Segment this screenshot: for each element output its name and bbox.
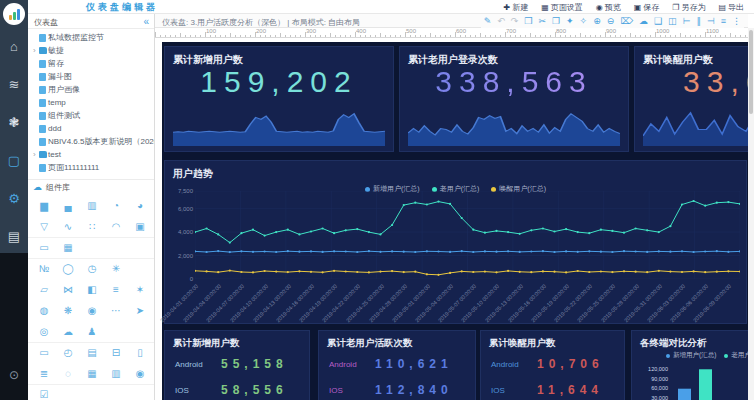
vertical-scrollbar[interactable] (748, 28, 754, 400)
stacked-bar-icon[interactable]: ▄ (57, 197, 79, 215)
zoom-in-icon[interactable]: ⊕ (593, 14, 601, 28)
card-icon[interactable]: ▯ (129, 344, 151, 362)
pin-icon[interactable]: ◎ (33, 323, 55, 341)
column-chart-icon[interactable]: ▥ (81, 197, 103, 215)
map-icon[interactable]: ▱ (33, 281, 55, 299)
cloud-map-icon[interactable]: ☁ (57, 323, 79, 341)
person-icon[interactable]: ♟ (81, 323, 103, 341)
grid-table-icon[interactable]: ▦ (57, 239, 79, 257)
settings-gear-icon[interactable]: ⚙ (0, 188, 28, 210)
table3-icon[interactable]: ▥ (105, 365, 127, 383)
expand-arrow-icon[interactable]: › (33, 148, 36, 161)
kpi-card[interactable]: 累计老用户登录次数338,563 (399, 46, 629, 152)
send-back-icon[interactable]: ◫ (668, 14, 677, 28)
save-as-button[interactable]: ❐另存为 (672, 2, 705, 13)
tree-item-file[interactable]: 漏斗图 (28, 70, 154, 83)
app-logo[interactable] (3, 3, 25, 25)
dashboard-preview[interactable]: 累计新增用户数159,202累计老用户登录次数338,563累计唤醒用户数33,… (162, 42, 748, 400)
new-button[interactable]: ✚新建 (503, 2, 528, 13)
globe-icon[interactable]: ◍ (33, 302, 55, 320)
table-icon[interactable]: ▭ (33, 239, 55, 257)
list-icon[interactable]: ≣ (33, 365, 55, 383)
ellipsis-icon[interactable]: ⋯ (105, 302, 127, 320)
home-icon[interactable]: ⌂ (0, 36, 28, 58)
table2-icon[interactable]: ▦ (81, 365, 103, 383)
calendar-icon[interactable]: ▤ (81, 344, 103, 362)
progress-circle-icon[interactable]: ◯ (57, 260, 79, 278)
distribute-v-icon[interactable]: ≡ (721, 14, 726, 28)
redo-icon[interactable]: ↷ (511, 14, 519, 28)
tree-item-file[interactable]: NBIV4.6.5版本更新说明（20200803） (28, 135, 154, 148)
legend-item[interactable]: 新增用户(汇总) (666, 351, 716, 360)
gauge-icon[interactable]: ◷ (81, 260, 103, 278)
picture-icon[interactable]: ▣ (129, 218, 151, 236)
shuffle-icon[interactable]: ✶ (129, 281, 151, 299)
collapse-panel-icon[interactable]: « (143, 16, 149, 27)
scatter-chart-icon[interactable]: ∷ (81, 218, 103, 236)
area-chart-icon[interactable]: ◠ (105, 218, 127, 236)
zoom-out-icon[interactable]: ⊖ (607, 14, 615, 28)
sphere-icon[interactable]: ◉ (81, 302, 103, 320)
distribute-h-icon[interactable]: ⋮ (732, 14, 741, 28)
radio-icon[interactable]: ◉ (129, 365, 151, 383)
delete-icon[interactable]: ⌦ (620, 14, 633, 28)
tree-item-file[interactable]: 页面111111111 (28, 161, 154, 174)
screen-icon[interactable]: ▢ (0, 150, 28, 172)
power-icon[interactable]: ⊙ (0, 368, 28, 382)
upload-icon[interactable]: ☁ (639, 14, 648, 28)
kpi-card[interactable]: 累计新增用户数159,202 (164, 46, 394, 152)
browser-icon[interactable]: ◴ (57, 344, 79, 362)
pie-chart-icon[interactable]: ◔ (105, 197, 127, 215)
tree-item-file[interactable]: 留存 (28, 57, 154, 70)
undo-icon[interactable]: ↶ (497, 14, 505, 28)
align-right-icon[interactable]: ⊣ (707, 14, 715, 28)
edit-pencil-icon[interactable]: ✎ (484, 14, 492, 28)
align-left-icon[interactable]: ⊢ (683, 14, 691, 28)
paste-icon[interactable]: ❒ (524, 14, 532, 28)
split-dashboard-icon[interactable]: ◧ (81, 281, 103, 299)
text-box-icon[interactable]: ⊟ (105, 344, 127, 362)
ai-analysis-icon[interactable]: ❃ (0, 112, 28, 134)
page-settings-button[interactable]: ▦页面设置 (541, 2, 583, 13)
bring-front-icon[interactable]: ❑ (654, 14, 662, 28)
copy-icon[interactable]: ❐ (552, 14, 560, 28)
data-source-icon[interactable]: ≋ (0, 74, 28, 96)
preview-button[interactable]: ◉预览 (596, 2, 621, 13)
align-center-icon[interactable]: ∥ (696, 14, 701, 28)
bar-chart-icon[interactable]: ▆ (33, 197, 55, 215)
unlock-icon[interactable]: ✧ (580, 14, 588, 28)
cut-icon[interactable]: ✂ (538, 14, 546, 28)
logo-bar[interactable] (13, 12, 16, 20)
number-card-icon[interactable]: № (33, 260, 55, 278)
logo-bar[interactable] (9, 15, 12, 20)
stat-table-card[interactable]: 累计唤醒用户数Android10,706IOS11,644PC11,316 (480, 330, 625, 400)
tree-item-file[interactable]: 组件测试 (28, 109, 154, 122)
donut-chart-icon[interactable]: ◕ (129, 197, 151, 215)
line-chart-icon[interactable]: ∿ (57, 218, 79, 236)
tree-item-file[interactable]: ddd (28, 122, 154, 135)
legend-item[interactable]: 老用户(汇总) (724, 351, 748, 360)
search-box-icon[interactable]: ◌ (57, 365, 79, 383)
tree-item-folder[interactable]: ›敏捷 (28, 44, 154, 57)
trend-chart-card[interactable]: 用户趋势新增用户(汇总)老用户(汇总)唤醒用户(汇总)7,5006,0004,0… (164, 160, 747, 324)
kpi-card[interactable]: 累计唤醒用户数33,666 (634, 46, 748, 152)
export-button[interactable]: ▤导出 (718, 2, 744, 13)
stat-table-card[interactable]: 累计老用户活跃次数Android110,621IOS112,840PC115,1… (318, 330, 476, 400)
scrollbar-thumb[interactable] (749, 30, 753, 114)
funnel-chart-icon[interactable]: ▽ (33, 218, 55, 236)
checkbox-icon[interactable]: ☑ (33, 386, 55, 400)
snowflake-icon[interactable]: ❋ (57, 302, 79, 320)
compare-chart-card[interactable]: 各终端对比分析新增用户(汇总)老用户(汇总)120,00090,00060,00… (631, 330, 748, 400)
tree-item-folder[interactable]: ›test (28, 148, 154, 161)
tree-item-file[interactable]: temp (28, 96, 154, 109)
logo-bar[interactable] (17, 9, 20, 20)
radar-chart-icon[interactable]: ✳ (105, 260, 127, 278)
parallel-icon[interactable]: ≡ (105, 281, 127, 299)
tree-item-file[interactable]: 用户画像 (28, 83, 154, 96)
expand-arrow-icon[interactable]: › (33, 44, 36, 57)
lock-icon[interactable]: ✦ (566, 14, 574, 28)
window-icon[interactable]: ▭ (33, 344, 55, 362)
document-icon[interactable]: ▤ (0, 226, 28, 248)
save-button[interactable]: ▣保存 (634, 2, 660, 13)
stat-table-card[interactable]: 累计新增用户数Android55,158IOS58,556PC45,488 (164, 330, 310, 400)
